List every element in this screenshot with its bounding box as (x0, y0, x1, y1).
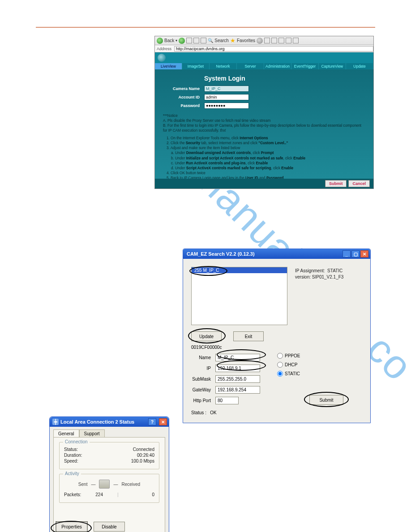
favorites-label[interactable]: Favorites (237, 38, 255, 43)
dropdown-caret-icon[interactable]: ▾ (176, 39, 177, 43)
camera-list-item[interactable]: 255 M_IP_C (192, 267, 287, 273)
password-input[interactable] (204, 103, 249, 109)
address-input[interactable] (174, 46, 373, 51)
radio-static[interactable] (277, 371, 283, 377)
version-value: SIP01_V2.1_F3 (312, 275, 344, 279)
sent-label: Sent (78, 482, 88, 487)
received-label: Received (121, 482, 140, 487)
browser-toolbar: Back ▾ 🔍 Search ★ Favorites (155, 36, 373, 45)
mail-icon[interactable] (264, 38, 270, 43)
camera-list[interactable]: 255 M_IP_C (191, 267, 287, 325)
duration-value: 00:26:40 (137, 453, 154, 458)
discuss-icon[interactable] (286, 38, 291, 43)
camera-nav-tabs: LiveView ImageSet Network Server Adminis… (155, 63, 373, 69)
cfg-gateway-input[interactable] (215, 386, 260, 394)
cfg-submask-label: SubMask (191, 377, 215, 382)
back-label[interactable]: Back (164, 38, 174, 43)
status-value: Connected (133, 447, 154, 452)
cfg-name-label: Name (191, 355, 215, 360)
ip-assignment-label: IP Assignment: (295, 268, 325, 273)
back-icon[interactable] (157, 38, 163, 44)
tab-liveview[interactable]: LiveView (155, 63, 182, 69)
ip-assignment-value: STATIC (327, 268, 342, 273)
search-icon[interactable]: 🔍 (208, 38, 213, 43)
tab-server[interactable]: Server (237, 63, 264, 69)
duration-label: Duration: (64, 453, 82, 458)
radio-pppoe[interactable] (277, 353, 283, 359)
close-icon[interactable]: ✕ (360, 250, 368, 257)
cam-status-value: OK (210, 410, 216, 415)
account-id-input[interactable] (204, 94, 249, 100)
notice-step-3d: d. Under Script ActiveX controls marked … (171, 166, 365, 171)
notice-step-1: 1. On the Internet Explorer Tools menu, … (167, 136, 365, 141)
forward-icon[interactable] (179, 38, 185, 44)
cam-submit-button[interactable]: Submit (309, 395, 343, 405)
tab-eventtrigger[interactable]: EventTrigger (291, 63, 319, 69)
cam-status-label: Status : (191, 410, 206, 415)
swirl-logo-icon (158, 54, 166, 62)
cfg-ip-input[interactable] (215, 365, 260, 372)
tab-imageset[interactable]: ImageSet (182, 63, 210, 69)
cfg-submask-input[interactable] (215, 375, 260, 383)
disable-button[interactable]: Disable (94, 522, 125, 532)
cfg-name-input[interactable] (215, 354, 260, 361)
tab-update[interactable]: Update (346, 63, 373, 69)
notice-line-a: A. Pls disable the Proxy Server use to f… (163, 118, 365, 123)
ip-mode-radio-group: PPPOE DHCP STATIC (277, 351, 300, 378)
update-button[interactable]: Update (191, 331, 222, 341)
account-id-label: Account ID (163, 95, 204, 99)
connection-group: Connection Status:Connected Duration:00:… (59, 442, 159, 469)
cfg-httpport-input[interactable] (215, 397, 239, 404)
cam-config-form: Name IP SubMask GateWay Http Port (191, 352, 260, 406)
radio-dhcp-label: DHCP (285, 362, 297, 367)
connection-group-title: Connection (63, 439, 90, 444)
packets-sent-value: 224 (81, 492, 117, 497)
status-label: Status: (64, 447, 78, 452)
notice-step-3: 3. Adjust and make sure the item listed … (167, 146, 365, 150)
login-notice-block: ***Notice A. Pls disable the Proxy Serve… (163, 113, 365, 180)
mac-address-value: 0019CF00000c (191, 345, 222, 350)
stop-icon[interactable] (186, 38, 192, 43)
network-icon: ┿ (52, 419, 59, 425)
tab-captureview[interactable]: CaptureView (319, 63, 346, 69)
browser-login-screenshot: Back ▾ 🔍 Search ★ Favorites Address Live… (154, 36, 374, 189)
search-label[interactable]: Search (214, 38, 229, 43)
activity-group: Activity Sent — — Received Packets: 224 … (59, 474, 159, 503)
lan-panel: Connection Status:Connected Duration:00:… (53, 437, 165, 532)
cam-info-block: IP Assignment: STATIC version: SIP01_V2.… (295, 268, 343, 280)
exit-button[interactable]: Exit (233, 331, 264, 341)
notice-step-3b: b. Under Initialize and script ActiveX c… (171, 156, 365, 161)
radio-dhcp[interactable] (277, 362, 283, 368)
history-icon[interactable] (257, 38, 263, 44)
packets-received-value: 0 (118, 492, 154, 497)
system-login-title: System Login (204, 75, 365, 82)
notice-step-3a: a. Under Download unsigned ActiveX contr… (171, 150, 365, 155)
home-icon[interactable] (201, 38, 206, 43)
tab-administration[interactable]: Administration (264, 63, 291, 69)
edit-icon[interactable] (278, 38, 284, 43)
password-label: Password (163, 103, 204, 108)
maximize-icon[interactable]: ▢ (351, 250, 360, 257)
cfg-gateway-label: GateWay (191, 387, 215, 392)
cancel-button[interactable]: Cancel (348, 180, 370, 187)
packets-label: Packets: (64, 492, 81, 497)
cfg-httpport-label: Http Port (191, 398, 215, 403)
messenger-icon[interactable] (293, 38, 299, 43)
help-icon[interactable]: ? (148, 418, 156, 425)
login-footer: Submit Cancel (155, 179, 373, 189)
notice-line-b: B. For the first time to login into IP C… (163, 123, 365, 133)
cfg-ip-label: IP (191, 366, 215, 371)
radio-static-label: STATIC (285, 371, 300, 376)
cam-ez-titlebar: CAM_EZ Search V2.2 (0.12.3) _ ▢ ✕ (183, 249, 370, 259)
refresh-icon[interactable] (193, 38, 199, 43)
tab-network[interactable]: Network (210, 63, 237, 69)
camera-header-pane (155, 52, 373, 63)
notice-step-2: 2. Click the Security tab, select Intern… (167, 141, 365, 146)
favorites-icon[interactable]: ★ (230, 38, 235, 43)
close-icon[interactable]: ✕ (159, 418, 167, 425)
properties-button[interactable]: Properties (56, 522, 87, 532)
camera-name-input[interactable] (204, 86, 249, 92)
minimize-icon[interactable]: _ (342, 250, 351, 257)
submit-button[interactable]: Submit (325, 180, 347, 187)
print-icon[interactable] (271, 38, 277, 43)
